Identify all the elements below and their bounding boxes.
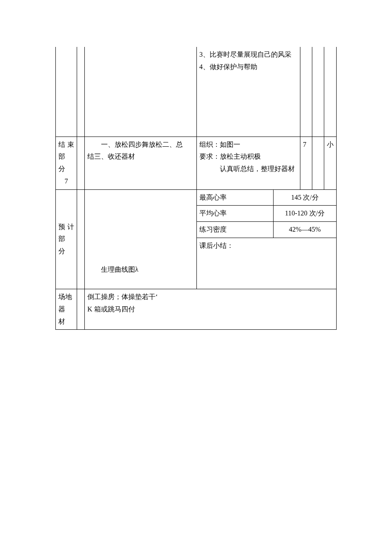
label-text: 分 [58,163,74,175]
text-line: 倒工操房；体操垫若干‘ [87,291,334,303]
table-row: 结束部 分 7 一、放松四步舞放松二、总 结三、收还器材 组织：如图一 要求：放… [56,137,337,189]
cell-num [324,47,336,137]
text-line: 组织：如图一 [199,139,297,151]
metric-summary: 课后小结： [196,238,336,289]
text-line: 结三、收还器材 [87,151,194,163]
cell-content: 一、放松四步舞放松二、总 结三、收还器材 [85,137,197,189]
metric-label: 最高心率 [196,189,273,206]
table-row: 场地 器 材 倒工操房；体操垫若干‘ K 箱或跳马四付 [56,289,337,330]
cell-curve: 生理曲线图λ [85,189,197,289]
cell-label [56,47,77,137]
text-line: 一、放松四步舞放松二、总 [87,139,194,151]
text-line: K 箱或跳马四付 [87,303,334,316]
cell-spacer [77,137,85,189]
label-text: 器 [58,303,74,316]
text-line: 认真听总结，整理好器材 [199,163,297,175]
cell-notes: 组织：如图一 要求：放松主动积极 认真听总结，整理好器材 [196,137,300,189]
text-line: 4、做好保护与帮助 [199,61,297,73]
cell-spacer [77,289,85,330]
cell-num: 小 [324,137,336,189]
metric-label: 练习密度 [196,222,273,238]
cell-label: 预 计 部 分 [56,189,77,289]
lesson-plan-table: 3、比赛时尽量展现自己的风采 4、做好保护与帮助 结束部 分 7 一、放松四步舞… [55,47,337,330]
cell-num [312,47,324,137]
cell-spacer [77,189,85,289]
cell-label: 结束部 分 7 [56,137,77,189]
cell-content [85,47,197,137]
label-text: 7 [58,175,74,188]
metric-value: 145 次/分 [273,189,336,206]
cell-num [300,47,312,137]
metric-label: 平均心率 [196,206,273,222]
text-line: 3、比赛时尽量展现自己的风采 [199,49,297,61]
table-row: 预 计 部 分 生理曲线图λ 最高心率 145 次/分 [56,189,337,206]
curve-label: 生理曲线图λ [87,264,194,276]
label-text: 分 [58,245,74,258]
cell-spacer [77,47,85,137]
table-row: 3、比赛时尽量展现自己的风采 4、做好保护与帮助 [56,47,337,137]
label-text: 结束部 [58,139,74,163]
cell-label: 场地 器 材 [56,289,77,330]
cell-notes: 3、比赛时尽量展现自己的风采 4、做好保护与帮助 [196,47,300,137]
label-text: 场地 [58,291,74,303]
label-text: 预 计 部 [58,221,74,246]
text-line: 课后小结： [199,240,334,252]
cell-num: 7 [300,137,312,189]
text-line: 要求：放松主动积极 [199,151,297,163]
cell-equipment: 倒工操房；体操垫若干‘ K 箱或跳马四付 [85,289,337,330]
metric-value: 110-120 次/分 [273,206,336,222]
cell-num [312,137,324,189]
label-text: 材 [58,316,74,328]
metric-value: 42%—45% [273,222,336,238]
